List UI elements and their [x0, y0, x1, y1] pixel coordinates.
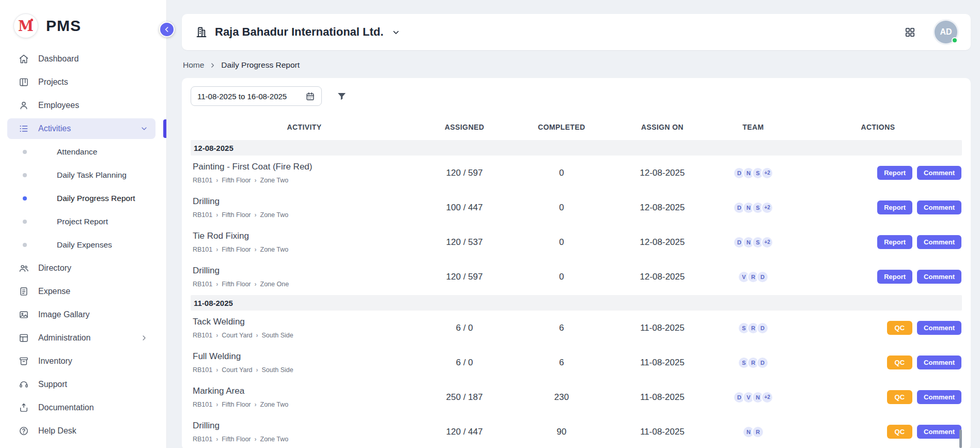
company-selector[interactable]: Raja Bahadur International Ltd.: [195, 25, 400, 39]
activities-icon: [19, 123, 31, 134]
path-part: South Side: [262, 366, 293, 374]
path-part: Court Yard: [222, 366, 252, 374]
sidebar-item-help-desk[interactable]: Help Desk: [7, 421, 155, 441]
qc-button[interactable]: QC: [887, 390, 913, 404]
activity-name: Drilling: [193, 266, 418, 276]
administration-icon: [19, 333, 31, 343]
assign-on-value: 12-08-2025: [612, 272, 712, 282]
comment-button[interactable]: Comment: [917, 166, 961, 180]
qc-button[interactable]: QC: [887, 356, 913, 369]
online-status-dot: [952, 37, 958, 43]
path-part: Zone Two: [260, 436, 289, 443]
image-gallery-icon: [19, 310, 31, 320]
comment-button[interactable]: Comment: [917, 356, 961, 369]
activity-path: RB101›Fifth Floor›Zone Two: [193, 401, 418, 408]
comment-button[interactable]: Comment: [917, 390, 961, 404]
chevron-left-icon: [163, 25, 171, 34]
chevron-separator: ›: [256, 332, 258, 339]
scrollbar-thumb[interactable]: [959, 429, 962, 448]
sidebar-item-expense[interactable]: Expense: [7, 281, 155, 302]
comment-button[interactable]: Comment: [917, 321, 961, 335]
assign-on-value: 11-08-2025: [612, 427, 712, 437]
sidebar-item-label: Expense: [38, 287, 70, 296]
bullet-icon: [23, 173, 27, 177]
activity-cell: DrillingRB101›Fifth Floor›Zone Two: [191, 421, 418, 443]
apps-grid-icon[interactable]: [904, 26, 916, 38]
assign-on-value: 12-08-2025: [612, 237, 712, 248]
active-indicator-bar: [163, 119, 166, 138]
completed-value: 0: [511, 237, 612, 248]
actions-cell: QCComment: [794, 425, 962, 439]
chevron-separator: ›: [216, 436, 218, 443]
team-extra-badge: +2: [761, 167, 773, 179]
path-part: Fifth Floor: [222, 436, 251, 443]
comment-button[interactable]: Comment: [917, 425, 961, 439]
path-part: Fifth Floor: [222, 281, 251, 288]
sidebar-item-label: Inventory: [38, 357, 72, 366]
sidebar-item-documentation[interactable]: Documentation: [7, 397, 155, 418]
breadcrumb-home[interactable]: Home: [183, 60, 204, 70]
sidebar-item-activities[interactable]: Activities: [7, 118, 155, 139]
sidebar-item-directory[interactable]: Directory: [7, 258, 155, 279]
sidebar-collapse-button[interactable]: [159, 22, 175, 37]
chevron-separator: ›: [256, 366, 258, 374]
activity-cell: DrillingRB101›Fifth Floor›Zone Two: [191, 196, 418, 219]
home-icon: [19, 54, 31, 64]
report-button[interactable]: Report: [877, 270, 912, 284]
chevron-separator: ›: [255, 211, 257, 219]
progress-table: ACTIVITYASSIGNEDCOMPLETEDASSIGN ONTEAMAC…: [191, 115, 962, 448]
user-avatar[interactable]: AD: [935, 21, 957, 43]
filter-toolbar: 11-08-2025 to 16-08-2025: [191, 86, 962, 106]
team-cell: DNS+2: [712, 167, 794, 179]
sidebar-item-image-gallary[interactable]: Image Gallary: [7, 304, 155, 325]
sidebar-item-employees[interactable]: Employees: [7, 95, 155, 116]
sidebar-item-label: Employees: [38, 101, 79, 110]
chevron-separator: ›: [255, 281, 257, 288]
actions-cell: QCComment: [794, 321, 962, 335]
sidebar-item-support[interactable]: Support: [7, 374, 155, 395]
qc-button[interactable]: QC: [887, 425, 913, 439]
sidebar-item-label: Activities: [38, 124, 71, 133]
sidebar-item-label: Dashboard: [38, 54, 79, 64]
path-part: Zone Two: [260, 177, 289, 184]
activity-path: RB101›Court Yard›South Side: [193, 332, 418, 339]
table-row: Tack WeldingRB101›Court Yard›South Side6…: [191, 311, 962, 345]
sidebar-subitem-project-report[interactable]: Project Report: [7, 211, 155, 232]
table-row: DrillingRB101›Fifth Floor›Zone Two120 / …: [191, 414, 962, 448]
report-button[interactable]: Report: [877, 235, 912, 249]
sidebar-item-inventory[interactable]: Inventory: [7, 351, 155, 372]
activity-path: RB101›Fifth Floor›Zone Two: [193, 211, 418, 219]
sidebar-item-label: Support: [38, 380, 67, 389]
report-button[interactable]: Report: [877, 166, 912, 180]
actions-cell: ReportComment: [794, 270, 962, 284]
sidebar-item-administration[interactable]: Administration: [7, 328, 155, 348]
group-date: 12-08-2025: [194, 144, 234, 152]
team-cell: SRD: [712, 322, 794, 334]
qc-button[interactable]: QC: [887, 321, 913, 335]
comment-button[interactable]: Comment: [917, 200, 961, 214]
table-row: DrillingRB101›Fifth Floor›Zone Two100 / …: [191, 190, 962, 225]
actions-cell: ReportComment: [794, 166, 962, 180]
report-button[interactable]: Report: [877, 200, 912, 214]
sidebar-subitem-daily-task-planning[interactable]: Daily Task Planning: [7, 165, 155, 186]
column-header-assigned: ASSIGNED: [418, 123, 511, 131]
comment-button[interactable]: Comment: [917, 270, 961, 284]
date-range-input[interactable]: 11-08-2025 to 16-08-2025: [191, 86, 322, 106]
topbar-right: AD: [904, 21, 957, 43]
projects-icon: [19, 77, 31, 87]
sidebar-item-dashboard[interactable]: Dashboard: [7, 49, 155, 69]
sidebar-subitem-daily-progress-report[interactable]: Daily Progress Report: [7, 188, 155, 209]
path-part: Fifth Floor: [222, 401, 251, 408]
sidebar-item-projects[interactable]: Projects: [7, 72, 155, 92]
logo: M PMS: [0, 0, 166, 45]
comment-button[interactable]: Comment: [917, 235, 961, 249]
filter-icon[interactable]: [336, 91, 347, 102]
sidebar-subitem-attendance[interactable]: Attendance: [7, 142, 155, 162]
content-card: 11-08-2025 to 16-08-2025 ACTIVITYASSIGNE…: [182, 78, 971, 448]
sidebar-subitem-daily-expenses[interactable]: Daily Expenses: [7, 235, 155, 255]
chevron-separator: ›: [216, 177, 218, 184]
activity-path: RB101›Fifth Floor›Zone Two: [193, 177, 418, 184]
activity-path: RB101›Fifth Floor›Zone Two: [193, 436, 418, 443]
team-avatar: R: [752, 426, 764, 438]
table-row: Tie Rod FixingRB101›Fifth Floor›Zone Two…: [191, 225, 962, 259]
